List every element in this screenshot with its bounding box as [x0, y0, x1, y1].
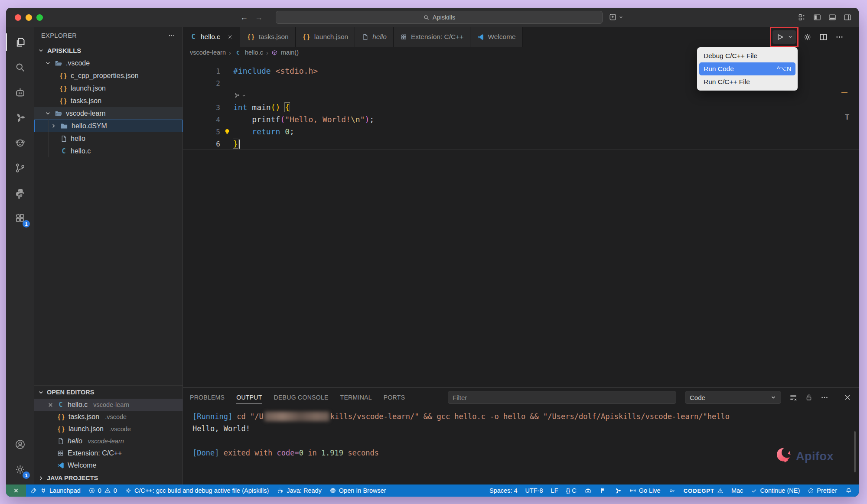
- tab-welcome[interactable]: Welcome: [470, 27, 522, 47]
- swirl-icon: [614, 487, 622, 494]
- activity-bar: 1 1: [6, 27, 34, 484]
- close-panel-icon[interactable]: [843, 393, 852, 402]
- tree-folder-hello-dsym[interactable]: hello.dSYM: [34, 120, 183, 132]
- open-editor-extension-cpp[interactable]: Extension: C/C++: [34, 447, 183, 459]
- panel-tab-output[interactable]: OUTPUT: [236, 394, 262, 401]
- zoom-window-button[interactable]: [36, 14, 43, 21]
- status-codegeex[interactable]: [610, 484, 626, 497]
- status-flag[interactable]: [596, 484, 610, 497]
- activity-settings[interactable]: 1: [6, 457, 34, 482]
- status-indentation[interactable]: Spaces: 4: [486, 484, 522, 497]
- java-projects-header[interactable]: JAVA PROJECTS: [34, 471, 183, 484]
- remote-icon: [12, 487, 20, 494]
- output-console[interactable]: [Running] cd "/Ukills/vscode-learn/" && …: [183, 407, 859, 484]
- status-encoding[interactable]: UTF-8: [521, 484, 547, 497]
- run-dropdown-chevron-icon[interactable]: [788, 34, 793, 39]
- inline-suggestion-widget[interactable]: [183, 89, 859, 101]
- code-editor[interactable]: 1 #include <stdio.h> 2 3 int main(): [183, 58, 859, 387]
- activity-account[interactable]: [6, 432, 34, 457]
- tab-tasks-json[interactable]: { } tasks.json: [240, 27, 296, 47]
- remote-indicator[interactable]: [6, 484, 26, 497]
- tree-file-hello-c[interactable]: C hello.c: [34, 145, 183, 157]
- more-actions-icon[interactable]: [168, 32, 176, 39]
- code-line: 3 int main() {: [183, 101, 859, 114]
- tab-extension-cpp[interactable]: Extension: C/C++: [394, 27, 470, 47]
- status-prettier[interactable]: Prettier: [804, 484, 841, 497]
- tree-file-c-cpp-properties[interactable]: { } c_cpp_properties.json: [34, 69, 183, 82]
- activity-extensions[interactable]: 1: [6, 205, 34, 231]
- minimize-window-button[interactable]: [26, 14, 32, 21]
- scrollbar[interactable]: [854, 431, 856, 472]
- tab-hello[interactable]: hello: [355, 27, 394, 47]
- status-mac[interactable]: Mac: [727, 484, 747, 497]
- activity-explorer[interactable]: [6, 29, 34, 55]
- panel-tab-problems[interactable]: PROBLEMS: [190, 394, 225, 401]
- status-problems[interactable]: 0 0: [85, 484, 121, 497]
- customize-layout-icon[interactable]: [798, 13, 806, 22]
- tab-launch-json[interactable]: { } launch.json: [296, 27, 355, 47]
- close-window-button[interactable]: [15, 14, 21, 21]
- open-editor-hello-c[interactable]: C hello.c vscode-learn: [34, 399, 183, 411]
- activity-source-control[interactable]: [6, 155, 34, 180]
- tree-file-hello[interactable]: hello: [34, 132, 183, 145]
- more-actions-icon[interactable]: [835, 33, 844, 42]
- menu-item-run-code[interactable]: Run Code ^⌥N: [699, 62, 795, 75]
- navigate-forward-icon[interactable]: →: [255, 13, 263, 22]
- status-continue[interactable]: Continue (NE): [747, 484, 804, 497]
- tree-file-tasks-json[interactable]: { } tasks.json: [34, 94, 183, 107]
- open-editor-launch-json[interactable]: { } launch.json .vscode: [34, 423, 183, 435]
- lightbulb-icon[interactable]: [223, 127, 231, 136]
- activity-search[interactable]: [6, 55, 34, 80]
- activity-python[interactable]: [6, 180, 34, 205]
- activity-ai-assistant[interactable]: [6, 80, 34, 105]
- status-launchpad[interactable]: Launchpad: [26, 484, 85, 497]
- open-editor-welcome[interactable]: Welcome: [34, 459, 183, 471]
- panel-tab-debug-console[interactable]: DEBUG CONSOLE: [274, 394, 329, 401]
- tree-folder-vscode-learn[interactable]: vscode-learn: [34, 107, 183, 120]
- settings-gear-icon[interactable]: [803, 33, 812, 42]
- status-java[interactable]: Java: Ready: [273, 484, 326, 497]
- status-cpp-config[interactable]: C/C++: gcc build and debug active file (…: [121, 484, 273, 497]
- open-editor-hello[interactable]: hello vscode-learn: [34, 435, 183, 447]
- toggle-panel-icon[interactable]: [828, 13, 837, 22]
- activity-ai-chat[interactable]: [6, 130, 34, 155]
- status-go-live[interactable]: Go Live: [626, 484, 665, 497]
- file-icon: [60, 135, 68, 143]
- close-icon[interactable]: [227, 34, 233, 40]
- tree-file-launch-json[interactable]: { } launch.json: [34, 82, 183, 94]
- split-editor-icon[interactable]: [819, 33, 828, 42]
- status-codegpt[interactable]: CODEGPT: [680, 484, 727, 497]
- navigate-back-icon[interactable]: ←: [240, 13, 248, 22]
- status-open-in-browser[interactable]: Open In Browser: [326, 484, 390, 497]
- vscode-logo-icon: [477, 33, 484, 41]
- output-channel-select[interactable]: Code: [685, 391, 781, 404]
- unlock-scroll-icon[interactable]: [805, 393, 813, 402]
- status-ai-robot[interactable]: [580, 484, 596, 497]
- toggle-primary-sidebar-icon[interactable]: [813, 13, 821, 22]
- menu-item-run-cpp[interactable]: Run C/C++ File: [699, 75, 795, 88]
- open-editor-tasks-json[interactable]: { } tasks.json .vscode: [34, 411, 183, 423]
- more-actions-icon[interactable]: [820, 393, 829, 402]
- copilot-menu-button[interactable]: [609, 13, 623, 21]
- chevron-down-icon: [38, 47, 44, 54]
- status-notifications[interactable]: [841, 484, 856, 497]
- output-filter-input[interactable]: [448, 391, 676, 404]
- bell-icon: [845, 487, 852, 494]
- menu-item-debug-cpp[interactable]: Debug C/C++ File: [699, 49, 795, 62]
- tree-folder-vscode[interactable]: .vscode: [34, 57, 183, 69]
- tree-root-apiskills[interactable]: APISKILLS: [34, 44, 183, 57]
- toggle-secondary-sidebar-icon[interactable]: [843, 13, 852, 22]
- run-play-icon[interactable]: [776, 33, 785, 42]
- open-editors-header[interactable]: OPEN EDITORS: [34, 386, 183, 399]
- tab-hello-c[interactable]: C hello.c: [183, 27, 240, 47]
- status-eol[interactable]: LF: [547, 484, 562, 497]
- panel-tab-terminal[interactable]: TERMINAL: [340, 394, 372, 401]
- close-icon[interactable]: [47, 402, 54, 408]
- run-dropdown-menu: Debug C/C++ File Run Code ^⌥N Run C/C++ …: [697, 47, 798, 91]
- clear-output-icon[interactable]: [789, 393, 798, 402]
- command-center-search[interactable]: Apiskills: [276, 11, 603, 24]
- status-language-mode[interactable]: {} C: [562, 484, 580, 497]
- activity-codegeex[interactable]: [6, 105, 34, 130]
- status-key[interactable]: [665, 484, 680, 497]
- panel-tab-ports[interactable]: PORTS: [384, 394, 405, 401]
